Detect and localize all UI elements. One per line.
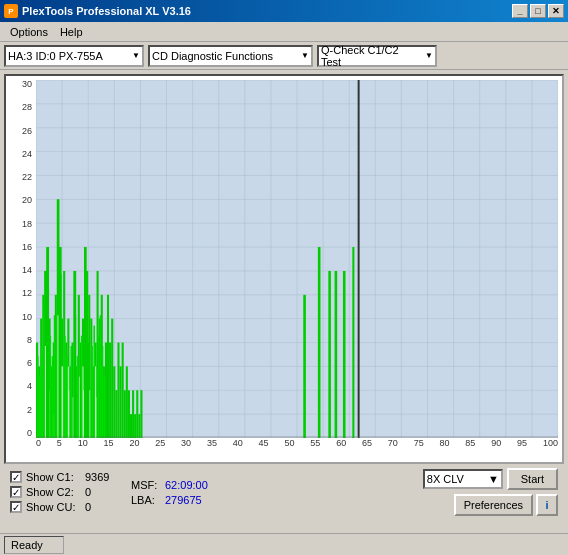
speed-arrow: ▼ xyxy=(488,473,499,485)
svg-rect-131 xyxy=(59,247,62,438)
svg-rect-87 xyxy=(109,343,111,438)
drive-dropdown-arrow: ▼ xyxy=(132,51,140,60)
x-label-20: 20 xyxy=(129,438,139,448)
speed-start-row: 8X CLV ▼ Start xyxy=(423,468,558,490)
svg-rect-121 xyxy=(93,325,95,438)
cu-checkbox[interactable]: ✓ xyxy=(10,501,22,513)
y-label-0: 0 xyxy=(8,429,34,438)
y-label-12: 12 xyxy=(8,289,34,298)
lba-label: LBA: xyxy=(131,494,161,506)
menu-bar: Options Help xyxy=(0,22,568,42)
menu-help[interactable]: Help xyxy=(54,24,89,40)
chart-area xyxy=(36,80,558,438)
x-label-0: 0 xyxy=(36,438,41,448)
svg-rect-102 xyxy=(140,390,142,438)
drive-value: HA:3 ID:0 PX-755A xyxy=(8,50,103,62)
svg-rect-120 xyxy=(91,346,93,438)
svg-rect-110 xyxy=(52,356,54,438)
c1-checkbox[interactable]: ✓ xyxy=(10,471,22,483)
cu-value: 0 xyxy=(85,501,115,513)
x-label-60: 60 xyxy=(336,438,346,448)
lba-row: LBA: 279675 xyxy=(131,494,208,506)
prefs-info-row: Preferences i xyxy=(454,494,558,516)
x-label-50: 50 xyxy=(284,438,294,448)
svg-rect-97 xyxy=(130,414,132,438)
svg-rect-92 xyxy=(120,366,122,438)
svg-rect-100 xyxy=(136,390,138,438)
svg-rect-101 xyxy=(138,414,140,438)
minimize-button[interactable]: _ xyxy=(512,4,528,18)
y-label-24: 24 xyxy=(8,150,34,159)
svg-rect-90 xyxy=(115,390,117,438)
svg-rect-124 xyxy=(102,346,104,438)
x-label-90: 90 xyxy=(491,438,501,448)
x-label-10: 10 xyxy=(78,438,88,448)
test-dropdown-arrow: ▼ xyxy=(425,51,433,60)
category-dropdown[interactable]: CD Diagnostic Functions ▼ xyxy=(148,45,313,67)
svg-rect-98 xyxy=(132,390,134,438)
svg-rect-105 xyxy=(41,346,43,438)
svg-rect-135 xyxy=(328,271,331,438)
x-label-65: 65 xyxy=(362,438,372,448)
chart-svg xyxy=(36,80,558,438)
svg-rect-99 xyxy=(134,414,136,438)
svg-rect-130 xyxy=(74,271,77,438)
c2-checkbox[interactable]: ✓ xyxy=(10,486,22,498)
y-label-30: 30 xyxy=(8,80,34,89)
x-label-95: 95 xyxy=(517,438,527,448)
svg-rect-134 xyxy=(303,295,306,438)
test-dropdown[interactable]: Q-Check C1/C2 Test ▼ xyxy=(317,45,437,67)
main-content: 0 2 4 6 8 10 12 14 16 18 20 22 24 26 28 … xyxy=(0,70,568,533)
svg-rect-109 xyxy=(50,336,52,438)
svg-rect-122 xyxy=(98,336,100,438)
y-axis: 0 2 4 6 8 10 12 14 16 18 20 22 24 26 28 … xyxy=(8,80,34,438)
x-axis: 0 5 10 15 20 25 30 35 40 45 50 55 60 65 … xyxy=(36,438,558,458)
svg-rect-137 xyxy=(352,247,354,438)
x-label-40: 40 xyxy=(233,438,243,448)
y-label-10: 10 xyxy=(8,313,34,322)
x-label-80: 80 xyxy=(440,438,450,448)
y-label-14: 14 xyxy=(8,266,34,275)
title-bar: P PlexTools Professional XL V3.16 _ □ ✕ xyxy=(0,0,568,22)
svg-rect-91 xyxy=(117,343,119,438)
svg-rect-94 xyxy=(124,390,126,438)
svg-rect-88 xyxy=(111,319,113,438)
svg-rect-136 xyxy=(343,271,346,438)
svg-rect-133 xyxy=(318,247,321,438)
status-text: Ready xyxy=(4,536,64,554)
y-label-18: 18 xyxy=(8,220,34,229)
msf-value: 62:09:00 xyxy=(165,479,208,491)
checkbox-group: ✓ Show C1: 9369 ✓ Show C2: 0 ✓ Show CU: … xyxy=(10,471,115,513)
svg-rect-129 xyxy=(84,247,87,438)
svg-rect-116 xyxy=(70,346,72,438)
app-icon: P xyxy=(4,4,18,18)
maximize-button[interactable]: □ xyxy=(530,4,546,18)
x-label-25: 25 xyxy=(155,438,165,448)
drive-dropdown[interactable]: HA:3 ID:0 PX-755A ▼ xyxy=(4,45,144,67)
preferences-button[interactable]: Preferences xyxy=(454,494,533,516)
info-button[interactable]: i xyxy=(536,494,558,516)
category-value: CD Diagnostic Functions xyxy=(152,50,273,62)
start-button[interactable]: Start xyxy=(507,468,558,490)
svg-rect-123 xyxy=(100,315,102,438)
y-label-22: 22 xyxy=(8,173,34,182)
svg-rect-118 xyxy=(77,356,79,438)
y-label-2: 2 xyxy=(8,406,34,415)
c2-row: ✓ Show C2: 0 xyxy=(10,486,115,498)
test-value: Q-Check C1/C2 Test xyxy=(321,44,421,68)
x-label-70: 70 xyxy=(388,438,398,448)
chart-container: 0 2 4 6 8 10 12 14 16 18 20 22 24 26 28 … xyxy=(4,74,564,464)
y-label-26: 26 xyxy=(8,127,34,136)
x-label-5: 5 xyxy=(57,438,62,448)
menu-options[interactable]: Options xyxy=(4,24,54,40)
svg-rect-114 xyxy=(64,336,66,438)
y-label-28: 28 xyxy=(8,103,34,112)
svg-rect-125 xyxy=(104,377,106,438)
svg-rect-104 xyxy=(39,377,41,438)
close-button[interactable]: ✕ xyxy=(548,4,564,18)
svg-rect-111 xyxy=(54,315,56,438)
c2-value: 0 xyxy=(85,486,115,498)
msf-row: MSF: 62:09:00 xyxy=(131,479,208,491)
svg-rect-96 xyxy=(128,390,130,438)
speed-dropdown[interactable]: 8X CLV ▼ xyxy=(423,469,503,489)
